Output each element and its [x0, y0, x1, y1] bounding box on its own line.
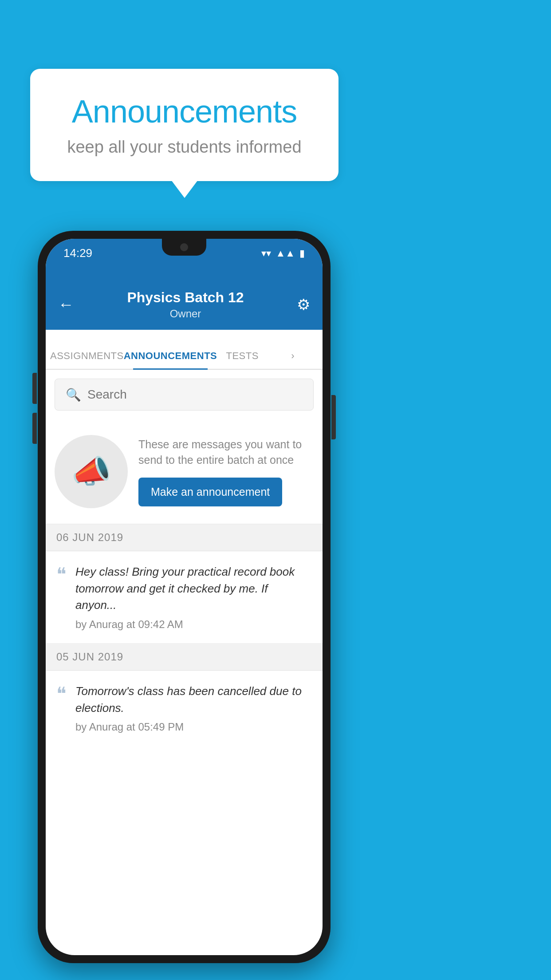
volume-down-button [32, 413, 37, 444]
status-icons: ▾▾ ▲▲ ▮ [261, 248, 305, 259]
phone-notch [162, 239, 206, 256]
announcement-message-2: Tomorrow's class has been cancelled due … [75, 683, 312, 716]
announcement-text-block-1: Hey class! Bring your practical record b… [75, 564, 312, 631]
battery-icon: ▮ [299, 248, 305, 259]
speech-bubble-container: Announcements keep all your students inf… [30, 69, 338, 181]
announcement-text-block-2: Tomorrow's class has been cancelled due … [75, 683, 312, 733]
search-bar[interactable]: 🔍 [55, 379, 314, 411]
phone-screen: 14:29 ▾▾ ▲▲ ▮ ← Physics Batch 12 Owner ⚙ [46, 239, 323, 955]
quote-icon-1: ❝ [56, 565, 67, 584]
phone-top-bar: 14:29 ▾▾ ▲▲ ▮ [46, 239, 323, 281]
speech-bubble-subtitle: keep all your students informed [57, 138, 312, 157]
empty-state-content: These are messages you want to send to t… [138, 437, 314, 506]
header-title: Physics Batch 12 [127, 289, 244, 306]
status-time: 14:29 [63, 246, 92, 260]
search-container: 🔍 [46, 370, 323, 419]
announcement-icon-circle: 📣 [55, 435, 128, 508]
settings-icon[interactable]: ⚙ [297, 296, 310, 313]
tab-more[interactable]: › [268, 350, 318, 369]
tab-announcements[interactable]: ANNOUNCEMENTS [124, 350, 217, 369]
volume-up-button [32, 373, 37, 404]
tab-assignments[interactable]: ASSIGNMENTS [50, 350, 124, 369]
date-header-2: 05 JUN 2019 [46, 644, 323, 671]
date-header-1: 06 JUN 2019 [46, 524, 323, 551]
search-icon: 🔍 [66, 387, 81, 402]
speech-bubble: Announcements keep all your students inf… [30, 69, 338, 181]
quote-icon-2: ❝ [56, 685, 67, 703]
announcement-author-1: by Anurag at 09:42 AM [75, 618, 312, 631]
megaphone-icon: 📣 [71, 453, 111, 490]
header-title-block: Physics Batch 12 Owner [127, 289, 244, 320]
announcement-author-2: by Anurag at 05:49 PM [75, 721, 312, 733]
power-button [331, 395, 336, 439]
wifi-icon: ▾▾ [261, 248, 271, 259]
tab-tests[interactable]: TESTS [217, 350, 268, 369]
search-input[interactable] [87, 387, 303, 402]
speech-bubble-title: Announcements [57, 93, 312, 130]
signal-icon: ▲▲ [276, 248, 295, 259]
header-subtitle: Owner [127, 308, 244, 320]
announcement-item-1[interactable]: ❝ Hey class! Bring your practical record… [46, 551, 323, 644]
empty-state-section: 📣 These are messages you want to send to… [46, 419, 323, 524]
app-header: ← Physics Batch 12 Owner ⚙ [46, 281, 323, 330]
tabs-bar: ASSIGNMENTS ANNOUNCEMENTS TESTS › [46, 330, 323, 370]
phone-mockup: 14:29 ▾▾ ▲▲ ▮ ← Physics Batch 12 Owner ⚙ [38, 231, 331, 963]
announcement-message-1: Hey class! Bring your practical record b… [75, 564, 312, 614]
make-announcement-button[interactable]: Make an announcement [138, 478, 282, 506]
announcement-item-2[interactable]: ❝ Tomorrow's class has been cancelled du… [46, 671, 323, 746]
empty-state-description: These are messages you want to send to t… [138, 437, 314, 468]
front-camera [180, 243, 188, 251]
back-button[interactable]: ← [58, 295, 74, 314]
